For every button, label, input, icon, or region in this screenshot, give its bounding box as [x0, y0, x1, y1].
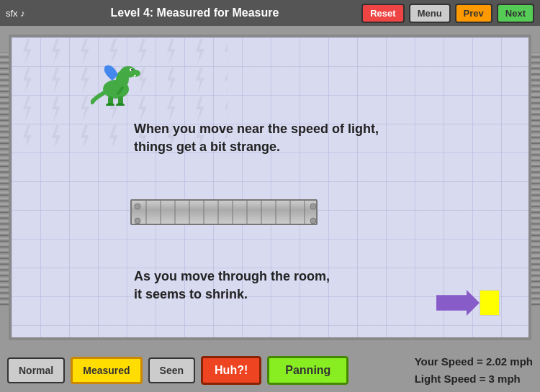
menu-button[interactable]: Menu	[409, 4, 451, 23]
ruler	[130, 199, 318, 225]
metal-right	[530, 52, 540, 306]
speed-info: Your Speed = 2.02 mph Light Speed = 3 mp…	[415, 353, 533, 388]
dinosaur	[91, 59, 141, 106]
yellow-block	[480, 290, 500, 316]
svg-point-29	[310, 204, 316, 209]
arrow-shape	[436, 290, 480, 316]
game-text-2: As you move through the room, it seems t…	[134, 268, 330, 304]
game-text-2-content: As you move through the room, it seems t…	[134, 269, 330, 301]
svg-point-28	[135, 218, 140, 224]
reset-button[interactable]: Reset	[361, 4, 404, 23]
page-title: Level 4: Measured for Measure	[32, 6, 358, 19]
svg-point-30	[310, 218, 316, 224]
normal-button[interactable]: Normal	[7, 357, 65, 383]
svg-point-27	[135, 204, 140, 209]
panning-button[interactable]: Panning	[267, 356, 348, 385]
next-button[interactable]: Next	[497, 4, 534, 23]
game-text-1: When you move near the speed of light, t…	[134, 120, 379, 156]
arrow-container	[436, 290, 500, 316]
ruler-inner	[132, 201, 316, 224]
inner-game: When you move near the speed of light, t…	[9, 35, 531, 340]
bottom-bar: Normal Measured Seen Huh?! Panning Your …	[0, 349, 540, 392]
prev-button[interactable]: Prev	[455, 4, 492, 23]
game-area: When you move near the speed of light, t…	[0, 26, 540, 349]
measured-button[interactable]: Measured	[71, 357, 142, 384]
huh-button[interactable]: Huh?!	[201, 356, 261, 385]
svg-point-11	[106, 103, 114, 106]
sfx-icon: sfx ♪	[6, 8, 25, 19]
svg-rect-14	[132, 201, 316, 224]
svg-point-7	[131, 69, 132, 70]
game-text-1-content: When you move near the speed of light, t…	[134, 122, 379, 154]
seen-button[interactable]: Seen	[148, 357, 195, 383]
topbar: sfx ♪ Level 4: Measured for Measure Rese…	[0, 0, 540, 26]
light-speed-label: Light Speed = 3 mph	[415, 370, 533, 388]
svg-point-12	[116, 103, 125, 106]
your-speed-label: Your Speed = 2.02 mph	[415, 353, 533, 370]
